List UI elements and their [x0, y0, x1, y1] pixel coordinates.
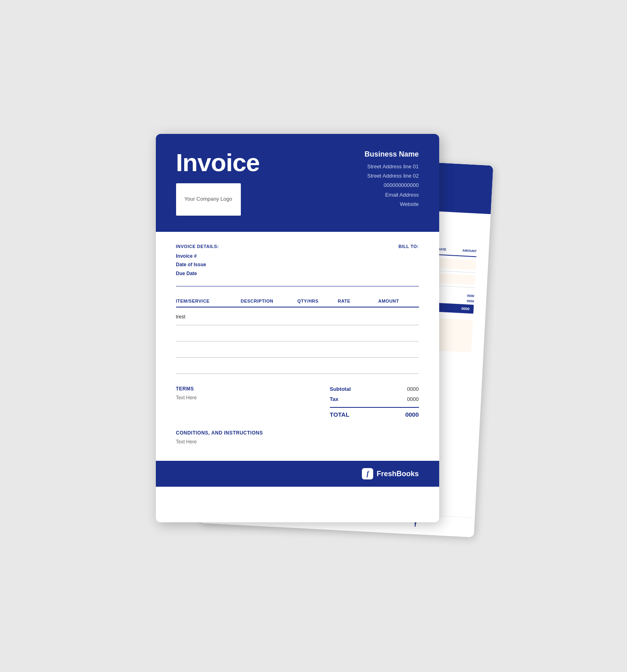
freshbooks-logo: f FreshBooks: [362, 468, 419, 479]
row3-amount: [378, 346, 419, 352]
row4-desc: [241, 362, 298, 369]
row2-rate: [338, 330, 378, 336]
date-of-issue-label: Date of Issue: [176, 261, 219, 269]
street-address-2: Street Address line 02: [364, 171, 419, 180]
row3-qty: [298, 346, 338, 352]
row1-desc: [241, 314, 298, 320]
row3-rate: [338, 346, 378, 352]
back-tax-value: 0000: [466, 299, 474, 303]
invoice-info-section: INVOICE DETAILS: Invoice # Date of Issue…: [176, 244, 419, 287]
freshbooks-icon-letter: f: [367, 470, 369, 477]
back-total-value: 0000: [461, 306, 470, 311]
tax-value: 0000: [407, 396, 419, 402]
phone: 000000000000: [364, 180, 419, 190]
invoice-front-document: Invoice Your Company Logo Business Name …: [156, 134, 439, 522]
website: Website: [364, 199, 419, 209]
invoice-number-label: Invoice #: [176, 252, 219, 261]
front-header-left: Invoice Your Company Logo: [176, 150, 260, 216]
conditions-text: Text Here: [176, 439, 419, 445]
freshbooks-icon: f: [362, 468, 373, 479]
table-row: trest: [176, 309, 419, 325]
back-freshbooks-brand: FreshBooks: [424, 521, 466, 531]
front-body: INVOICE DETAILS: Invoice # Date of Issue…: [156, 232, 439, 453]
tax-label: Tax: [330, 396, 338, 402]
total-row: TOTAL 0000: [330, 411, 419, 418]
invoice-details-left: INVOICE DETAILS: Invoice # Date of Issue…: [176, 244, 219, 278]
col-amount-header: AMOUNT: [378, 299, 419, 303]
business-name: Business Name: [364, 150, 419, 159]
subtotal-row: Subtotal 0000: [330, 386, 419, 394]
items-table: ITEM/SERVICE DESCRIPTION QTY/HRS RATE AM…: [176, 299, 419, 374]
email: Email Address: [364, 190, 419, 199]
row2-qty: [298, 330, 338, 336]
table-row: [176, 358, 419, 374]
terms-section: TERMS Text Here: [176, 386, 330, 401]
row2-desc: [241, 330, 298, 336]
col-item-header: ITEM/SERVICE: [176, 299, 241, 303]
table-row: [176, 341, 419, 358]
bottom-section: TERMS Text Here Subtotal 0000 Tax 0000 T…: [176, 382, 419, 418]
col-qty-header: QTY/HRS: [298, 299, 338, 303]
row1-amount: [378, 314, 419, 320]
row2-item: [176, 330, 241, 336]
invoice-title: Invoice: [176, 150, 260, 175]
street-address-1: Street Address line 01: [364, 162, 419, 171]
row4-item: [176, 362, 241, 369]
subtotal-value: 0000: [407, 386, 419, 392]
col-rate-header: RATE: [338, 299, 378, 303]
row4-amount: [378, 362, 419, 369]
row2-amount: [378, 330, 419, 336]
bill-to-label: BILL TO:: [398, 244, 419, 249]
table-header-row: ITEM/SERVICE DESCRIPTION QTY/HRS RATE AM…: [176, 299, 419, 307]
row3-desc: [241, 346, 298, 352]
logo-text: Your Company Logo: [184, 195, 232, 203]
subtotal-label: Subtotal: [330, 386, 351, 392]
row3-item: [176, 346, 241, 352]
freshbooks-brand: FreshBooks: [376, 470, 419, 478]
invoice-details-title: INVOICE DETAILS:: [176, 244, 219, 249]
totals-section: Subtotal 0000 Tax 0000 TOTAL 0000: [330, 386, 419, 418]
due-date-label: Due Date: [176, 269, 219, 278]
totals-divider: [330, 407, 419, 408]
front-header: Invoice Your Company Logo Business Name …: [156, 134, 439, 232]
tax-row: Tax 0000: [330, 396, 419, 404]
front-footer: f FreshBooks: [156, 461, 439, 487]
row1-rate: [338, 314, 378, 320]
back-amount-header: AMOUNT: [462, 248, 477, 253]
table-row: [176, 325, 419, 341]
row1-qty: [298, 314, 338, 320]
terms-text: Text Here: [176, 395, 330, 401]
address-line1: Street Address line 01 Street Address li…: [364, 162, 419, 209]
total-label: TOTAL: [330, 411, 350, 418]
col-desc-header: DESCRIPTION: [241, 299, 298, 303]
row4-qty: [298, 362, 338, 369]
total-value: 0000: [405, 411, 419, 418]
terms-title: TERMS: [176, 386, 330, 392]
front-header-right: Business Name Street Address line 01 Str…: [364, 150, 419, 209]
conditions-section: CONDITIONS, AND INSTRUCTIONS Text Here: [176, 430, 419, 445]
invoice-scene: INVOICE DETAILS: Invoice # 0000 Date of …: [156, 134, 472, 538]
conditions-title: CONDITIONS, AND INSTRUCTIONS: [176, 430, 419, 436]
row4-rate: [338, 362, 378, 369]
back-subtotal-value: 0000: [467, 294, 474, 298]
row1-item: trest: [176, 314, 241, 320]
logo-box: Your Company Logo: [176, 183, 241, 216]
